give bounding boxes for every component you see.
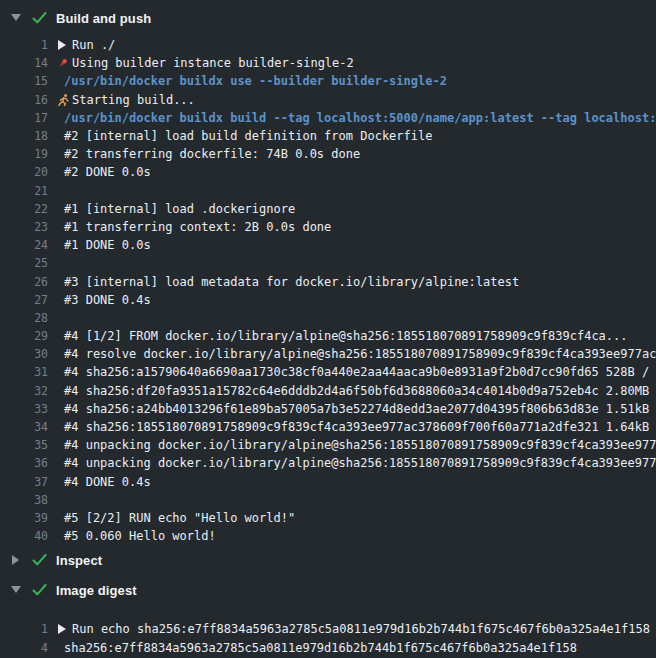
line-number[interactable]: 30 bbox=[0, 347, 48, 361]
log-line: 30#4 resolve docker.io/library/alpine@sh… bbox=[0, 345, 656, 363]
log-line: 34#4 sha256:185518070891758909c9f839cf4c… bbox=[0, 418, 656, 436]
step-header-inspect[interactable]: Inspect bbox=[0, 545, 656, 575]
log-text: #1 transferring context: 2B 0.0s done bbox=[64, 220, 331, 234]
runner-icon bbox=[54, 93, 70, 106]
chevron-down-icon[interactable] bbox=[10, 12, 22, 24]
step-section-inspect: Inspect bbox=[0, 545, 656, 575]
log-text: #4 unpacking docker.io/library/alpine@sh… bbox=[64, 456, 656, 470]
log-text: #4 sha256:a24bb4013296f61e89ba57005a7b3e… bbox=[64, 402, 656, 416]
log-line: 21 bbox=[0, 182, 656, 200]
log-text: Run echo sha256:e7ff8834a5963a2785c5a081… bbox=[72, 622, 650, 636]
line-number[interactable]: 15 bbox=[0, 74, 48, 88]
step-section-image-digest: Image digest 1Run echo sha256:e7ff8834a5… bbox=[0, 575, 656, 657]
line-number[interactable]: 14 bbox=[0, 56, 48, 70]
log-text: #2 DONE 0.0s bbox=[64, 165, 151, 179]
log-text: #5 [2/2] RUN echo "Hello world!" bbox=[64, 511, 295, 525]
log-line: 32#4 sha256:df20fa9351a15782c64e6dddb2d4… bbox=[0, 382, 656, 400]
log-text: Starting build... bbox=[72, 93, 195, 107]
line-number[interactable]: 26 bbox=[0, 275, 48, 289]
log-text: #3 [internal] load metadata for docker.i… bbox=[64, 275, 519, 289]
log-line: 39#5 [2/2] RUN echo "Hello world!" bbox=[0, 509, 656, 527]
line-number[interactable]: 31 bbox=[0, 365, 48, 379]
log-text: #4 sha256:df20fa9351a15782c64e6dddb2d4a6… bbox=[64, 384, 656, 398]
log-line: 26#3 [internal] load metadata for docker… bbox=[0, 272, 656, 290]
check-icon bbox=[31, 10, 47, 26]
log-line: 24#1 DONE 0.0s bbox=[0, 236, 656, 254]
step-header-build-and-push[interactable]: Build and push bbox=[0, 0, 656, 36]
log-text: #4 sha256:185518070891758909c9f839cf4ca3… bbox=[64, 420, 656, 434]
line-number[interactable]: 18 bbox=[0, 129, 48, 143]
log-line: 27#3 DONE 0.4s bbox=[0, 291, 656, 309]
line-number[interactable]: 35 bbox=[0, 438, 48, 452]
line-number[interactable]: 23 bbox=[0, 220, 48, 234]
log-text: #1 DONE 0.0s bbox=[64, 238, 151, 252]
log-line: 37#4 DONE 0.4s bbox=[0, 473, 656, 491]
line-number[interactable]: 21 bbox=[0, 184, 48, 198]
log-line: 17/usr/bin/docker buildx build --tag loc… bbox=[0, 109, 656, 127]
log-line: 18#2 [internal] load build definition fr… bbox=[0, 127, 656, 145]
log-line: 1Run echo sha256:e7ff8834a5963a2785c5a08… bbox=[0, 619, 656, 638]
log-text: #4 unpacking docker.io/library/alpine@sh… bbox=[64, 438, 656, 452]
line-number[interactable]: 27 bbox=[0, 293, 48, 307]
log-line: 22#1 [internal] load .dockerignore bbox=[0, 200, 656, 218]
log-line: 23#1 transferring context: 2B 0.0s done bbox=[0, 218, 656, 236]
workflow-log-viewer: Build and push 1Run ./14Using builder in… bbox=[0, 0, 656, 658]
line-number[interactable]: 20 bbox=[0, 165, 48, 179]
step-log-lines: 1Run echo sha256:e7ff8834a5963a2785c5a08… bbox=[0, 619, 656, 657]
line-number[interactable]: 39 bbox=[0, 511, 48, 525]
check-icon bbox=[31, 582, 47, 598]
log-line: 33#4 sha256:a24bb4013296f61e89ba57005a7b… bbox=[0, 400, 656, 418]
line-number[interactable]: 33 bbox=[0, 402, 48, 416]
line-number[interactable]: 34 bbox=[0, 420, 48, 434]
line-number[interactable]: 4 bbox=[0, 641, 48, 655]
line-number[interactable]: 25 bbox=[0, 256, 48, 270]
log-text: #4 [1/2] FROM docker.io/library/alpine@s… bbox=[64, 329, 628, 343]
log-line: 31#4 sha256:a15790640a6690aa1730c38cf0a4… bbox=[0, 363, 656, 381]
log-line: 14Using builder instance builder-single-… bbox=[0, 54, 656, 72]
step-header-image-digest[interactable]: Image digest bbox=[0, 575, 656, 605]
log-line: 15/usr/bin/docker buildx use --builder b… bbox=[0, 72, 656, 90]
log-text: #2 [internal] load build definition from… bbox=[64, 129, 432, 143]
log-text: /usr/bin/docker buildx use --builder bui… bbox=[64, 74, 447, 88]
step-section-build-and-push: Build and push 1Run ./14Using builder in… bbox=[0, 0, 656, 545]
log-text: Using builder instance builder-single-2 bbox=[72, 56, 354, 70]
log-line: 28 bbox=[0, 309, 656, 327]
line-number[interactable]: 19 bbox=[0, 147, 48, 161]
log-text: #4 resolve docker.io/library/alpine@sha2… bbox=[64, 347, 656, 361]
line-number[interactable]: 37 bbox=[0, 475, 48, 489]
line-number[interactable]: 1 bbox=[0, 38, 48, 52]
line-number[interactable]: 22 bbox=[0, 202, 48, 216]
log-text: #5 0.060 Hello world! bbox=[64, 529, 216, 543]
log-line: 25 bbox=[0, 254, 656, 272]
log-line: 16Starting build... bbox=[0, 91, 656, 109]
check-icon bbox=[31, 552, 47, 568]
log-text: #4 DONE 0.4s bbox=[64, 475, 151, 489]
line-number[interactable]: 32 bbox=[0, 384, 48, 398]
line-number[interactable]: 16 bbox=[0, 93, 48, 107]
step-title: Image digest bbox=[56, 583, 137, 598]
log-line: 19#2 transferring dockerfile: 74B 0.0s d… bbox=[0, 145, 656, 163]
play-icon[interactable] bbox=[54, 40, 70, 50]
log-text: #1 [internal] load .dockerignore bbox=[64, 202, 295, 216]
line-number[interactable]: 28 bbox=[0, 311, 48, 325]
log-text: /usr/bin/docker buildx build --tag local… bbox=[64, 111, 656, 125]
pushpin-icon bbox=[54, 57, 70, 70]
line-number[interactable]: 40 bbox=[0, 529, 48, 543]
log-line: 1Run ./ bbox=[0, 36, 656, 54]
play-icon[interactable] bbox=[54, 624, 70, 634]
log-text: Run ./ bbox=[72, 38, 115, 52]
step-title: Build and push bbox=[56, 11, 151, 26]
chevron-right-icon[interactable] bbox=[10, 554, 22, 566]
log-text: #2 transferring dockerfile: 74B 0.0s don… bbox=[64, 147, 360, 161]
line-number[interactable]: 17 bbox=[0, 111, 48, 125]
line-number[interactable]: 24 bbox=[0, 238, 48, 252]
log-line: 4sha256:e7ff8834a5963a2785c5a0811e979d16… bbox=[0, 638, 656, 657]
log-line: 20#2 DONE 0.0s bbox=[0, 163, 656, 181]
log-line: 36#4 unpacking docker.io/library/alpine@… bbox=[0, 454, 656, 472]
line-number[interactable]: 29 bbox=[0, 329, 48, 343]
log-line: 38 bbox=[0, 491, 656, 509]
line-number[interactable]: 1 bbox=[0, 622, 48, 636]
line-number[interactable]: 38 bbox=[0, 493, 48, 507]
chevron-down-icon[interactable] bbox=[10, 584, 22, 596]
line-number[interactable]: 36 bbox=[0, 456, 48, 470]
